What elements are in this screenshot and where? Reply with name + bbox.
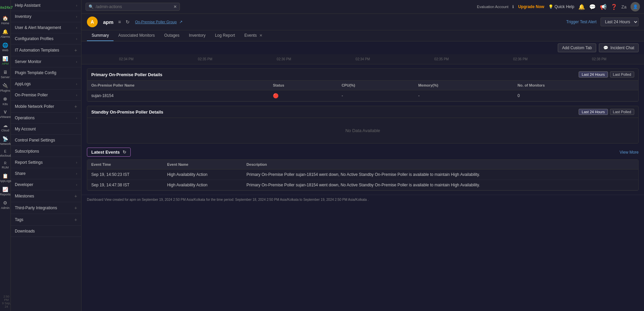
user-settings-icon[interactable]: Za bbox=[621, 4, 626, 9]
sidebar-item-applogs[interactable]: AppLogs › bbox=[11, 79, 81, 90]
tabs-row: Summary Associated Monitors Outages Inve… bbox=[82, 30, 644, 41]
sidebar-item-control-panel[interactable]: Control Panel Settings bbox=[11, 135, 81, 146]
col-event-time: Event Time bbox=[87, 160, 163, 169]
nav-server[interactable]: 🖥 Server bbox=[0, 67, 10, 81]
chevron-right-icon: › bbox=[76, 161, 77, 164]
nav-admin-label: Admin bbox=[1, 206, 10, 210]
sidebar-item-user-alert[interactable]: User & Alert Management › bbox=[11, 22, 81, 33]
nav-network[interactable]: 📡 Network bbox=[0, 134, 10, 148]
help-circle-icon[interactable]: ❓ bbox=[611, 4, 617, 10]
sidebar-item-server-monitor[interactable]: Server Monitor › bbox=[11, 56, 81, 67]
sidebar-item-tags[interactable]: Tags + bbox=[11, 214, 81, 226]
nav-alarms[interactable]: 🔔 Alarms bbox=[0, 27, 10, 40]
external-link-icon[interactable]: ↗ bbox=[179, 20, 183, 24]
sidebar-item-help-assistant[interactable]: Help Assistant › bbox=[11, 0, 81, 11]
sidebar-item-report-settings[interactable]: Report Settings › bbox=[11, 157, 81, 168]
plus-icon: + bbox=[74, 193, 77, 199]
col-event-name: Event Name bbox=[163, 160, 243, 169]
primary-poller-last-polled-btn[interactable]: Last Polled bbox=[610, 71, 634, 77]
tab-outages[interactable]: Outages bbox=[159, 30, 184, 41]
standby-poller-last-polled-btn[interactable]: Last Polled bbox=[610, 109, 634, 115]
sidebar-item-on-premise-poller[interactable]: On-Premise Poller › bbox=[11, 90, 81, 101]
timestamp-time: 2:50 PM bbox=[1, 295, 11, 302]
sidebar-item-inventory[interactable]: Inventory › bbox=[11, 11, 81, 22]
tab-events[interactable]: Events ✕ bbox=[240, 30, 267, 41]
content-area: 02:34 PM 02:35 PM 02:36 PM 02:34 PM 02:3… bbox=[82, 54, 644, 311]
sidebar-item-subscriptions[interactable]: Subscriptions bbox=[11, 146, 81, 157]
sidebar-item-share[interactable]: Share › bbox=[11, 168, 81, 179]
sidebar-item-my-account-label: My Account bbox=[15, 127, 36, 131]
announcements-icon[interactable]: 📢 bbox=[600, 4, 607, 10]
primary-poller-last24-btn[interactable]: Last 24 Hours bbox=[579, 71, 608, 77]
tab-inventory[interactable]: Inventory bbox=[184, 30, 210, 41]
notifications-bell-icon[interactable]: 🔔 bbox=[578, 4, 585, 10]
sidebar-item-developer[interactable]: Developer › bbox=[11, 179, 81, 190]
nav-admin[interactable]: ⚙ Admin bbox=[0, 198, 10, 212]
trigger-test-alert-link[interactable]: Trigger Test Alert bbox=[566, 20, 597, 24]
messages-icon[interactable]: 💬 bbox=[589, 4, 596, 10]
footer: Dashboard View created for apm on Septem… bbox=[82, 195, 644, 204]
standby-poller-last24-btn[interactable]: Last 24 Hours bbox=[579, 109, 608, 115]
header-right: Trigger Test Alert Last 24 Hours bbox=[566, 18, 639, 26]
time-range-selector[interactable]: Last 24 Hours bbox=[601, 18, 639, 26]
sidebar-item-user-alert-label: User & Alert Management bbox=[15, 25, 61, 30]
plus-icon: + bbox=[74, 217, 77, 222]
web-icon: 🌐 bbox=[2, 42, 8, 48]
nav-web-label: Web bbox=[2, 49, 8, 52]
chevron-right-icon: › bbox=[76, 93, 77, 97]
sidebar-item-my-account[interactable]: My Account bbox=[11, 124, 81, 135]
sidebar-item-inventory-label: Inventory bbox=[15, 14, 31, 19]
vmware-icon: V bbox=[4, 110, 6, 115]
nav-reports-label: Reports bbox=[0, 193, 10, 196]
sidebar-item-it-automation[interactable]: IT Automation Templates + bbox=[11, 44, 81, 56]
incident-chat-button[interactable]: 💬 Incident Chat bbox=[599, 43, 639, 52]
poller-status-cell: 🔴 bbox=[269, 90, 337, 101]
nav-apm[interactable]: 📊 APM bbox=[0, 54, 10, 67]
sidebar-item-third-party[interactable]: Third-Party Integrations + bbox=[11, 202, 81, 214]
quick-help-link[interactable]: 💡 Quick Help bbox=[548, 4, 574, 9]
user-avatar[interactable]: 👤 bbox=[631, 2, 640, 11]
incident-chat-label: Incident Chat bbox=[610, 45, 634, 50]
nav-home[interactable]: 🏠 Home bbox=[0, 13, 10, 27]
tab-log-report[interactable]: Log Report bbox=[210, 30, 239, 41]
search-box[interactable]: 🔍 ✕ bbox=[86, 3, 180, 11]
nav-applogs[interactable]: 📋 AppLogs bbox=[0, 171, 10, 185]
sidebar-item-config-profiles[interactable]: Configuration Profiles › bbox=[11, 33, 81, 44]
add-custom-tab-button[interactable]: Add Custom Tab bbox=[558, 43, 597, 52]
nav-reports[interactable]: 📈 Reports bbox=[0, 185, 10, 198]
nav-network-label: Network bbox=[0, 142, 11, 146]
events-refresh-icon[interactable]: ↻ bbox=[123, 150, 126, 155]
nav-elocloud[interactable]: E elocloud bbox=[0, 148, 10, 159]
sidebar-item-milestones[interactable]: Milestones + bbox=[11, 190, 81, 202]
menu-dots-icon[interactable]: ≡ bbox=[118, 19, 121, 25]
nav-k8s[interactable]: ☸ K8s bbox=[0, 94, 10, 108]
search-input[interactable] bbox=[96, 4, 171, 9]
nav-k8s-label: K8s bbox=[3, 102, 8, 106]
poller-group-link[interactable]: On-Premise Poller Group bbox=[135, 20, 177, 24]
nav-rum[interactable]: R RUM bbox=[0, 159, 10, 171]
plugins-icon: 🔌 bbox=[2, 83, 8, 88]
search-clear-icon[interactable]: ✕ bbox=[173, 4, 177, 9]
sidebar-item-applogs-label: AppLogs bbox=[15, 82, 31, 86]
sidebar-item-downloads[interactable]: Downloads bbox=[11, 226, 81, 237]
nav-vmware[interactable]: V VMware bbox=[0, 108, 10, 121]
tab-associated-monitors[interactable]: Associated Monitors bbox=[114, 30, 159, 41]
logo-area[interactable]: Site24x7 bbox=[0, 3, 14, 12]
event-time-cell-2: Sep 19, 14:47:38 IST bbox=[87, 180, 163, 190]
sidebar-item-plugin-template[interactable]: Plugin Template Config bbox=[11, 67, 81, 79]
nav-web[interactable]: 🌐 Web bbox=[0, 40, 10, 54]
tab-events-close-icon[interactable]: ✕ bbox=[259, 33, 262, 37]
chevron-right-icon: › bbox=[76, 26, 77, 30]
refresh-icon[interactable]: ↻ bbox=[126, 19, 130, 25]
plus-icon: + bbox=[74, 205, 77, 211]
latest-events-title: Latest Events bbox=[91, 150, 120, 155]
tab-summary[interactable]: Summary bbox=[87, 30, 114, 41]
sidebar-item-operations[interactable]: Operations › bbox=[11, 113, 81, 124]
sidebar-item-on-premise-poller-label: On-Premise Poller bbox=[15, 93, 48, 97]
nav-plugins[interactable]: 🔌 Plugins bbox=[0, 81, 10, 94]
upgrade-link[interactable]: Upgrade Now bbox=[518, 4, 544, 9]
timeline-label-4: 02:34 PM bbox=[323, 57, 402, 61]
view-more-link[interactable]: View More bbox=[620, 150, 639, 155]
sidebar-item-mobile-network[interactable]: Mobile Network Poller + bbox=[11, 101, 81, 113]
nav-cloud[interactable]: ☁ Cloud bbox=[0, 121, 10, 134]
